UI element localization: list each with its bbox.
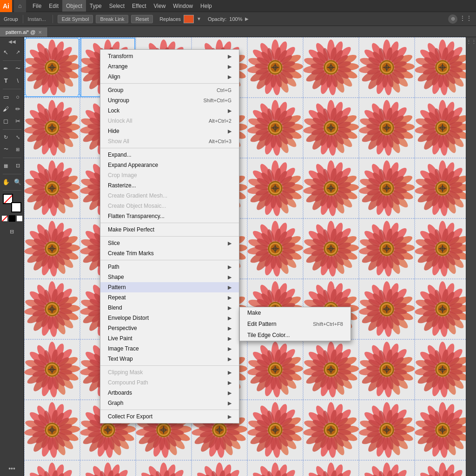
submenu-make[interactable]: Make <box>240 307 350 318</box>
menu-expand-appearance[interactable]: Expand Appearance <box>100 160 239 170</box>
menu-group[interactable]: Group Ctrl+G <box>100 85 239 95</box>
symbol-arrow[interactable]: ▼ <box>197 16 201 21</box>
menu-object[interactable]: Object <box>62 0 86 12</box>
stroke-box[interactable] <box>11 202 21 212</box>
eraser-tool[interactable]: ◻ <box>0 115 12 127</box>
document-tab[interactable]: pattern.ai* @ ✕ <box>0 27 48 37</box>
submenu-edit-pattern[interactable]: Edit Pattern Shift+Ctrl+F8 <box>240 318 350 330</box>
menu-lock[interactable]: Lock ▶ <box>100 106 239 116</box>
menu-show-all[interactable]: Show All Alt+Ctrl+3 <box>100 136 239 146</box>
menu-create-trim-marks[interactable]: Create Trim Marks <box>100 248 239 258</box>
direct-selection-tool[interactable]: ↗ <box>12 46 24 58</box>
menu-section-1: Transform ▶ Arrange ▶ Align ▶ <box>100 50 239 84</box>
opacity-arrow[interactable]: ▶ <box>245 16 249 21</box>
chart-tool[interactable]: ▦ <box>0 159 12 172</box>
top-bar: Ai ⌂ File Edit Object Type Select Effect… <box>0 0 476 12</box>
rectangle-tool[interactable]: ▭ <box>0 91 12 103</box>
menu-envelope-distort[interactable]: Envelope Distort ▶ <box>100 313 239 323</box>
menu-arrange[interactable]: Arrange ▶ <box>100 61 239 72</box>
edit-symbol-button[interactable]: Edit Symbol <box>58 15 93 23</box>
pen-tools: ✒ 〜 T \ <box>0 62 24 86</box>
menu-ungroup[interactable]: Ungroup Shift+Ctrl+G <box>100 95 239 106</box>
ellipse-tool[interactable]: ○ <box>12 91 24 103</box>
menu-shape[interactable]: Shape ▶ <box>100 272 239 282</box>
menu-blend[interactable]: Blend ▶ <box>100 303 239 313</box>
tab-name: pattern.ai* @ <box>6 29 35 35</box>
separator-2 <box>3 89 21 89</box>
menu-type[interactable]: Type <box>86 0 106 12</box>
menu-edit[interactable]: Edit <box>45 0 62 12</box>
hand-tool[interactable]: ✋ <box>0 176 12 188</box>
curvature-tool[interactable]: 〜 <box>12 62 24 74</box>
app-logo: Ai <box>0 0 12 12</box>
scissors-tool[interactable]: ✂ <box>12 115 24 127</box>
menu-pattern[interactable]: Pattern ▶ <box>100 282 239 292</box>
menu-effect[interactable]: Effect <box>128 0 150 12</box>
menu-collect-for-export[interactable]: Collect For Export ▶ <box>100 411 239 422</box>
slice-tool[interactable]: ⊡ <box>12 159 24 172</box>
menu-live-paint[interactable]: Live Paint ▶ <box>100 333 239 344</box>
menu-align[interactable]: Align ▶ <box>100 72 239 82</box>
menu-section-2: Group Ctrl+G Ungroup Shift+Ctrl+G Lock ▶… <box>100 84 239 148</box>
break-link-button[interactable]: Break Link <box>96 15 128 23</box>
more-tools[interactable]: ••• <box>8 465 15 472</box>
menu-help[interactable]: Help <box>197 0 216 12</box>
menu-text-wrap[interactable]: Text Wrap ▶ <box>100 354 239 364</box>
menu-flatten-transparency[interactable]: Flatten Transparency... <box>100 211 239 221</box>
menu-view[interactable]: View <box>150 0 170 12</box>
none-icon[interactable] <box>1 215 8 222</box>
menu-transform[interactable]: Transform ▶ <box>100 51 239 61</box>
menu-slice[interactable]: Slice ▶ <box>100 238 239 248</box>
menu-create-gradient-mesh[interactable]: Create Gradient Mesh... <box>100 191 239 201</box>
menu-expand[interactable]: Expand... <box>100 150 239 160</box>
free-transform[interactable]: ⊞ <box>12 143 24 155</box>
menu-rasterize[interactable]: Rasterize... <box>100 180 239 191</box>
scale-tool[interactable]: ⤡ <box>12 131 24 143</box>
menu-crop-image[interactable]: Crop Image <box>100 170 239 180</box>
warp-tool[interactable]: 〜 <box>0 143 12 155</box>
menu-path[interactable]: Path ▶ <box>100 262 239 272</box>
menu-file[interactable]: File <box>29 0 45 12</box>
color-options <box>1 215 23 222</box>
white-swatch[interactable] <box>16 215 23 222</box>
menu-window[interactable]: Window <box>169 0 197 12</box>
rotate-tool[interactable]: ↻ <box>0 131 12 143</box>
selection-tool[interactable]: ↖ <box>0 46 12 58</box>
menu-perspective[interactable]: Perspective ▶ <box>100 323 239 333</box>
reset-button[interactable]: Reset <box>131 15 153 23</box>
line-tool[interactable]: \ <box>12 74 24 86</box>
menu-repeat[interactable]: Repeat ▶ <box>100 292 239 303</box>
menu-image-trace[interactable]: Image Trace ▶ <box>100 344 239 354</box>
right-panel-icon-1[interactable]: ⋮⋮ <box>466 39 476 45</box>
menu-compound-path[interactable]: Compound Path ▶ <box>100 377 239 388</box>
separator-3 <box>3 129 21 130</box>
tab-close-icon[interactable]: ✕ <box>38 30 42 35</box>
canvas-background <box>24 37 466 476</box>
menu-artboards[interactable]: Artboards ▶ <box>100 388 239 398</box>
separator-6 <box>3 190 21 191</box>
submenu-tile-edge-color[interactable]: Tile Edge Color... <box>240 330 350 341</box>
panels-icon[interactable]: ⋮⋮ <box>459 14 472 24</box>
menu-create-object-mosaic[interactable]: Create Object Mosaic... <box>100 201 239 211</box>
black-swatch[interactable] <box>9 215 15 222</box>
menu-unlock-all[interactable]: Unlock All Alt+Ctrl+2 <box>100 116 239 126</box>
menu-hide[interactable]: Hide ▶ <box>100 126 239 136</box>
menu-select[interactable]: Select <box>106 0 128 12</box>
type-tool[interactable]: T <box>0 74 12 86</box>
toolbar-collapse[interactable]: ◀◀ <box>8 39 16 44</box>
pencil-tool[interactable]: ✏ <box>12 103 24 115</box>
menu-clipping-mask[interactable]: Clipping Mask ▶ <box>100 367 239 377</box>
artboard-tool[interactable]: ⊟ <box>6 225 18 238</box>
rotate-tools: ↻ ⤡ 〜 ⊞ <box>0 131 24 155</box>
pattern-submenu: Make Edit Pattern Shift+Ctrl+F8 Tile Edg… <box>239 307 351 341</box>
globe-icon[interactable]: ⊕ <box>448 14 457 24</box>
paintbrush-tool[interactable]: 🖌 <box>0 103 12 115</box>
menu-graph[interactable]: Graph ▶ <box>100 398 239 408</box>
home-icon[interactable]: ⌂ <box>14 0 26 12</box>
zoom-tool[interactable]: 🔍 <box>12 176 24 188</box>
separator-5 <box>3 174 21 174</box>
menu-section-7: Clipping Mask ▶ Compound Path ▶ Artboard… <box>100 366 239 410</box>
menu-make-pixel-perfect[interactable]: Make Pixel Perfect <box>100 225 239 235</box>
separator-1 <box>3 60 21 61</box>
pen-tool[interactable]: ✒ <box>0 62 12 74</box>
